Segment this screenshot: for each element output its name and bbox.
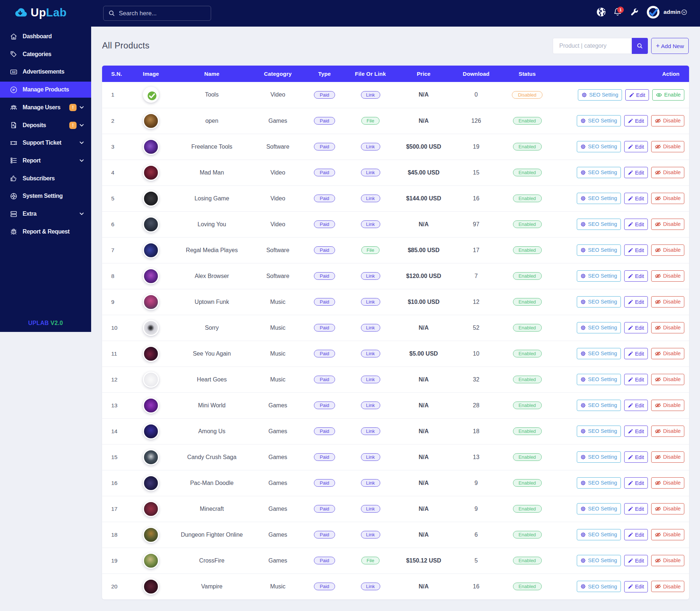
svg-text:Ad: Ad xyxy=(12,70,16,74)
svg-text:P: P xyxy=(12,88,15,92)
